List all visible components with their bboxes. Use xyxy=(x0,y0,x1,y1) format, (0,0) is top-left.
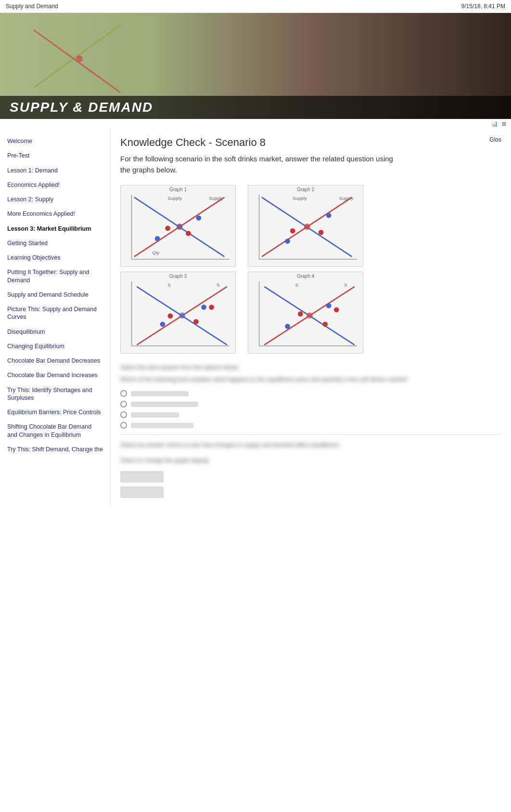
svg-point-35 xyxy=(193,319,199,325)
glos-link[interactable]: Glos xyxy=(489,136,501,143)
svg-point-20 xyxy=(304,223,310,230)
graph-3-label: Graph 3 xyxy=(121,272,235,279)
svg-point-44 xyxy=(285,324,290,329)
banner-title: SUPPLY & DEMAND xyxy=(0,96,511,119)
main-content: Knowledge Check - Scenario 8 Glos For th… xyxy=(111,129,511,505)
svg-text:Qty: Qty xyxy=(152,250,159,255)
graph-4: Graph 4 S S xyxy=(248,272,363,354)
radio-label-4 xyxy=(131,423,193,428)
sidebar-item-identify-shortages[interactable]: Try This: Identify Shortages and Surplus… xyxy=(7,383,103,406)
sidebar-item-choc-demand-increases[interactable]: Chocolate Bar Demand Increases xyxy=(7,368,103,382)
banner: SUPPLY & DEMAND xyxy=(0,13,511,119)
radio-1[interactable] xyxy=(120,390,127,397)
page-title: Knowledge Check - Scenario 8 xyxy=(120,136,266,149)
sidebar-item-shifting-choc[interactable]: Shifting Chocolate Bar Demand and Change… xyxy=(7,419,103,442)
chart-icon[interactable]: 📊 xyxy=(491,121,498,127)
radio-label-3 xyxy=(131,412,179,418)
radio-options xyxy=(120,390,501,429)
sidebar-item-lesson3[interactable]: Lesson 3: Market Equilibrium xyxy=(7,222,103,236)
main-header: Knowledge Check - Scenario 8 Glos xyxy=(120,136,501,149)
svg-line-0 xyxy=(34,25,120,88)
graph-4-svg: S S xyxy=(248,279,363,351)
svg-line-1 xyxy=(34,30,120,92)
radio-label-2 xyxy=(131,402,198,407)
sidebar-item-pretest[interactable]: Pre-Test xyxy=(7,148,103,163)
svg-point-46 xyxy=(298,312,303,317)
svg-text:S: S xyxy=(217,282,219,288)
graph-1: Graph 1 Supply Supply Qty xyxy=(120,185,236,267)
graphs-grid: Graph 1 Supply Supply Qty xyxy=(120,185,370,354)
sidebar-item-getting-started[interactable]: Getting Started xyxy=(7,236,103,250)
app-title: Supply and Demand xyxy=(6,3,58,10)
sidebar-item-lesson1[interactable]: Lesson 1: Demand xyxy=(7,163,103,178)
svg-point-43 xyxy=(307,313,313,319)
svg-point-48 xyxy=(334,307,339,313)
svg-point-31 xyxy=(179,313,185,319)
svg-text:S: S xyxy=(168,282,171,288)
section-label-section: Select to change the graph display xyxy=(120,456,501,465)
sidebar-item-picture-this[interactable]: Picture This: Supply and Demand Curves xyxy=(7,302,103,325)
svg-point-45 xyxy=(326,303,332,308)
svg-point-8 xyxy=(177,224,182,229)
radio-option-1[interactable] xyxy=(120,390,501,397)
icons-row: 📊 ⊞ xyxy=(0,119,511,129)
question-section: Select the best answer from the options … xyxy=(120,363,501,384)
sidebar-item-welcome[interactable]: Welcome xyxy=(7,134,103,148)
radio-option-4[interactable] xyxy=(120,422,501,429)
svg-point-22 xyxy=(326,213,332,218)
graph-1-label: Graph 1 xyxy=(121,185,235,192)
graph-2-label: Graph 2 xyxy=(248,185,363,192)
svg-text:Supply: Supply xyxy=(209,196,223,201)
radio-4[interactable] xyxy=(120,422,127,429)
sidebar-item-disequilibrium[interactable]: Disequilibrium xyxy=(7,325,103,339)
question-line-2: Which of the following best explains wha… xyxy=(120,375,501,384)
bottom-section: Select an answer choice to see how chang… xyxy=(120,441,501,450)
question-line-1: Select the best answer from the options … xyxy=(120,363,501,372)
btn-1[interactable] xyxy=(120,471,164,483)
content-area: Welcome Pre-Test Lesson 1: Demand Econom… xyxy=(0,129,511,505)
sidebar-item-putting-together[interactable]: Putting It Together: Supply and Demand xyxy=(7,265,103,288)
svg-point-34 xyxy=(168,314,173,319)
sidebar-item-changing-equilibrium[interactable]: Changing Equilibrium xyxy=(7,339,103,354)
button-group xyxy=(120,471,501,498)
svg-point-13 xyxy=(196,215,202,221)
svg-point-23 xyxy=(290,228,295,234)
graph-3-svg: S S xyxy=(121,279,235,351)
sidebar-item-economics2[interactable]: More Economics Applied! xyxy=(7,207,103,221)
bottom-text-1: Select an answer choice to see how chang… xyxy=(120,441,501,450)
sidebar-item-shift-demand[interactable]: Try This: Shift Demand, Change the xyxy=(7,442,103,457)
radio-label-1 xyxy=(131,391,189,396)
sidebar-item-supply-demand-schedule[interactable]: Supply and Demand Schedule xyxy=(7,288,103,302)
sidebar-item-lesson2[interactable]: Lesson 2: Supply xyxy=(7,192,103,207)
expand-icon[interactable]: ⊞ xyxy=(502,121,506,127)
banner-graph-left xyxy=(29,20,125,97)
btn-2[interactable] xyxy=(120,486,164,498)
radio-3[interactable] xyxy=(120,411,127,418)
svg-text:Supply: Supply xyxy=(339,196,354,201)
sidebar: Welcome Pre-Test Lesson 1: Demand Econom… xyxy=(0,129,111,505)
svg-point-14 xyxy=(165,226,170,231)
datetime: 9/15/18, 8:41 PM xyxy=(461,3,505,10)
radio-2[interactable] xyxy=(120,401,127,407)
svg-text:Supply: Supply xyxy=(168,196,182,201)
graph-4-label: Graph 4 xyxy=(248,272,363,279)
section-label: Select to change the graph display xyxy=(120,456,501,465)
graph-3: Graph 3 S S xyxy=(120,272,236,354)
graph-1-svg: Supply Supply Qty xyxy=(121,192,235,264)
svg-point-15 xyxy=(186,231,191,236)
svg-text:S: S xyxy=(344,282,347,288)
sidebar-item-choc-demand-decreases[interactable]: Chocolate Bar Demand Decreases xyxy=(7,354,103,368)
sidebar-item-price-controls[interactable]: Equilibrium Barriers: Price Controls xyxy=(7,405,103,419)
graph-2-svg: Supply Supply xyxy=(248,192,363,264)
svg-text:S: S xyxy=(295,282,298,288)
top-bar: Supply and Demand 9/15/18, 8:41 PM xyxy=(0,0,511,13)
sidebar-item-learning-objectives[interactable]: Learning Objectives xyxy=(7,250,103,265)
radio-option-2[interactable] xyxy=(120,401,501,407)
sidebar-item-economics1[interactable]: Economics Applied! xyxy=(7,178,103,192)
svg-point-33 xyxy=(201,305,206,310)
svg-point-47 xyxy=(322,322,328,327)
radio-option-3[interactable] xyxy=(120,411,501,418)
svg-point-32 xyxy=(160,322,166,327)
svg-point-24 xyxy=(319,230,324,235)
svg-point-12 xyxy=(155,236,160,241)
